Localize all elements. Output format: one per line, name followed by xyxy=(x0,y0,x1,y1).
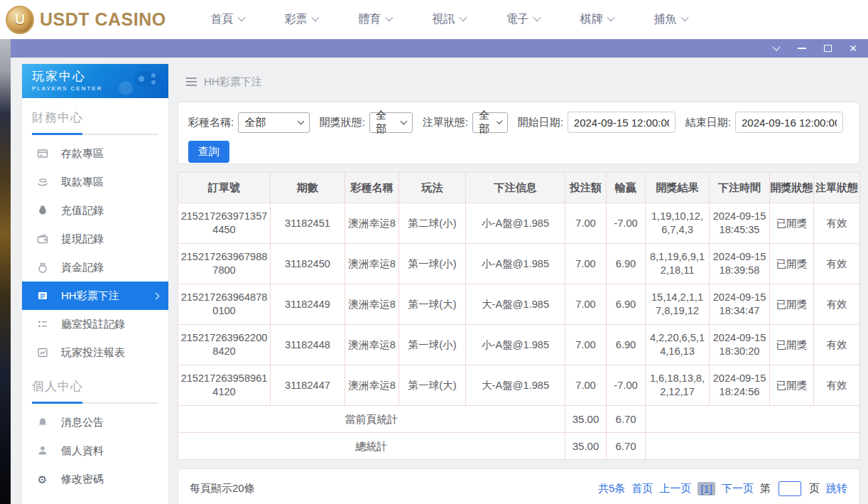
table-cell: 大-A盤@1.985 xyxy=(466,284,565,325)
jump-button[interactable]: 跳转 xyxy=(826,482,847,495)
hh-bet-icon xyxy=(36,290,48,302)
nav-item[interactable]: 視訊 xyxy=(412,12,486,27)
page-title: HH彩票下注 xyxy=(204,75,262,89)
nav-item[interactable]: 體育 xyxy=(338,12,412,27)
table-cell: 2024-09-15 18:45:35 xyxy=(710,203,770,244)
chevron-down-icon xyxy=(497,118,502,124)
table-cell: 已開獎 xyxy=(770,244,814,284)
page-summary-row: 當前頁統計 35.00 6.70 xyxy=(178,406,860,433)
chevron-down-icon xyxy=(385,14,393,21)
lottery-select[interactable]: 全部 xyxy=(238,112,310,133)
sidebar-item-hh-bet[interactable]: HH彩票下注 xyxy=(22,282,168,310)
end-date-input[interactable] xyxy=(735,112,843,133)
sidebar-item-report[interactable]: 玩家投注報表 xyxy=(22,338,168,367)
chevron-down-icon xyxy=(237,14,245,21)
pagination-bar: 每頁顯示20條 共5条 首页 上一页 [1] 下一页 第 页 跳转 xyxy=(178,468,859,504)
first-page-link[interactable]: 首页 xyxy=(631,482,653,495)
sidebar-item-room-record[interactable]: 廳室投註記錄 xyxy=(22,310,168,338)
table-cell: 7.00 xyxy=(565,203,607,244)
sidebar-item-withdrawal-record[interactable]: 提現記錄 xyxy=(22,225,168,253)
table-cell: 7.00 xyxy=(565,325,607,365)
nav-item[interactable]: 電子 xyxy=(486,12,560,27)
pager: 共5条 首页 上一页 [1] 下一页 第 页 跳转 xyxy=(598,481,847,496)
filter-panel: 彩種名稱: 全部 開獎狀態: 全部 注單狀態: 全部 開始 xyxy=(178,102,859,164)
table-cell: 第一球(大) xyxy=(399,284,466,325)
sidebar-item-password[interactable]: ⚙ 修改密碼 xyxy=(22,465,168,493)
search-button[interactable]: 查詢 xyxy=(188,141,229,163)
report-icon xyxy=(36,347,48,359)
sidebar-item-deposit[interactable]: 存款專區 xyxy=(22,139,168,168)
table-header-row: 訂單號期數彩種名稱玩法下注信息投注額輸贏開獎結果下注時間開獎狀態注單狀態 xyxy=(178,173,860,203)
profile-icon xyxy=(36,445,48,457)
sidebar-item-withdraw[interactable]: 取款專區 xyxy=(22,168,168,196)
sidebar-item-label: 玩家投注報表 xyxy=(61,346,125,360)
table-cell: 2024-09-15 18:30:20 xyxy=(710,325,770,365)
close-icon[interactable]: × xyxy=(848,43,858,53)
sidebar-item-notice[interactable]: 消息公告 xyxy=(22,408,168,436)
minimize-icon[interactable] xyxy=(797,43,807,53)
recharge-record-icon xyxy=(36,205,48,217)
start-date-label: 開始日期: xyxy=(518,116,563,129)
sidebar-item-profile[interactable]: 個人資料 xyxy=(22,436,168,465)
table-cell: 7.00 xyxy=(565,284,607,325)
sidebar-item-recharge-record[interactable]: 充值記錄 xyxy=(22,196,168,225)
nav-item[interactable]: 首頁 xyxy=(190,12,264,27)
summary-empty xyxy=(646,406,860,433)
maximize-icon[interactable] xyxy=(823,43,832,53)
prev-page-link[interactable]: 上一页 xyxy=(659,482,691,495)
main-content: HH彩票下注 彩種名稱: 全部 開獎狀態: 全部 注單狀態: xyxy=(178,58,859,504)
order-status-select[interactable]: 全部 xyxy=(472,112,508,133)
logo-text: USDT CASINO xyxy=(40,9,166,30)
lottery-select-value: 全部 xyxy=(244,116,266,129)
next-page-link[interactable]: 下一页 xyxy=(722,482,754,495)
summary-label: 總統計 xyxy=(178,433,565,460)
table-cell: 31182450 xyxy=(271,244,345,284)
table-cell: 6.90 xyxy=(607,244,646,284)
table-cell: 4,2,20,6,5,14,16,13 xyxy=(646,325,710,365)
nav-item[interactable]: 捕魚 xyxy=(634,12,707,27)
logo[interactable]: U USDT CASINO xyxy=(6,6,169,34)
room-record-icon xyxy=(36,318,48,331)
table-cell: 有效 xyxy=(814,365,860,406)
table-cell: 有效 xyxy=(814,325,860,365)
window-body: 玩家中心 PLAYERS CENTER 財務中心 xyxy=(11,58,868,504)
nav-item[interactable]: 棋牌 xyxy=(560,12,634,27)
chevron-down-icon xyxy=(459,14,467,21)
column-header: 開獎狀態 xyxy=(770,173,814,203)
table-row: 215217263964878010031182449澳洲幸运8第一球(大)大-… xyxy=(178,284,860,325)
start-date-input[interactable] xyxy=(568,112,676,133)
table-cell: 2152172639622008420 xyxy=(178,325,271,365)
top-bar: U USDT CASINO 首頁彩票體育視訊電子棋牌捕魚 xyxy=(0,0,868,39)
nav-item[interactable]: 彩票 xyxy=(264,12,338,27)
bet-table: 訂單號期數彩種名稱玩法下注信息投注額輸贏開獎結果下注時間開獎狀態注單狀態 215… xyxy=(178,172,860,460)
draw-status-select[interactable]: 全部 xyxy=(369,112,413,133)
table-row: 215217263962200842031182448澳洲幸运8第一球(小)小-… xyxy=(178,325,860,365)
breadcrumb: HH彩票下注 xyxy=(178,68,859,96)
table-cell: 2152172639648780100 xyxy=(178,284,271,325)
jump-page-input[interactable] xyxy=(779,481,801,496)
hamburger-icon[interactable] xyxy=(186,77,197,86)
chevron-down-icon xyxy=(607,14,614,21)
end-date-label: 結束日期: xyxy=(685,116,731,129)
table-cell: 第一球(大) xyxy=(399,365,466,406)
table-cell: 澳洲幸运8 xyxy=(345,284,399,325)
table-row: 215217263967988780031182450澳洲幸运8第一球(小)小-… xyxy=(178,244,860,284)
table-body: 215217263971357445031182451澳洲幸运8第二球(小)小-… xyxy=(178,203,860,406)
summary-empty xyxy=(646,433,860,460)
column-header: 下注時間 xyxy=(710,173,770,203)
sidebar-section-finance: 財務中心 xyxy=(22,98,168,135)
table-cell: 澳洲幸运8 xyxy=(345,244,399,284)
nav-item-label: 捕魚 xyxy=(654,12,677,27)
main-nav: 首頁彩票體育視訊電子棋牌捕魚 xyxy=(190,12,707,27)
table-cell: 15,14,2,1,17,8,19,12 xyxy=(646,284,710,325)
sidebar-item-funds-record[interactable]: 資金記錄 xyxy=(22,253,168,282)
sidebar-item-label: HH彩票下注 xyxy=(61,289,119,303)
withdrawal-record-icon xyxy=(36,233,48,245)
window-titlebar: × xyxy=(11,39,868,58)
table-cell: 2024-09-15 18:24:56 xyxy=(710,365,770,406)
table-cell: 6.90 xyxy=(607,325,646,365)
column-header: 玩法 xyxy=(399,173,466,203)
logo-coin-icon: U xyxy=(6,6,34,34)
collapse-icon[interactable] xyxy=(771,43,781,53)
sidebar-item-label: 修改密碼 xyxy=(61,473,104,486)
